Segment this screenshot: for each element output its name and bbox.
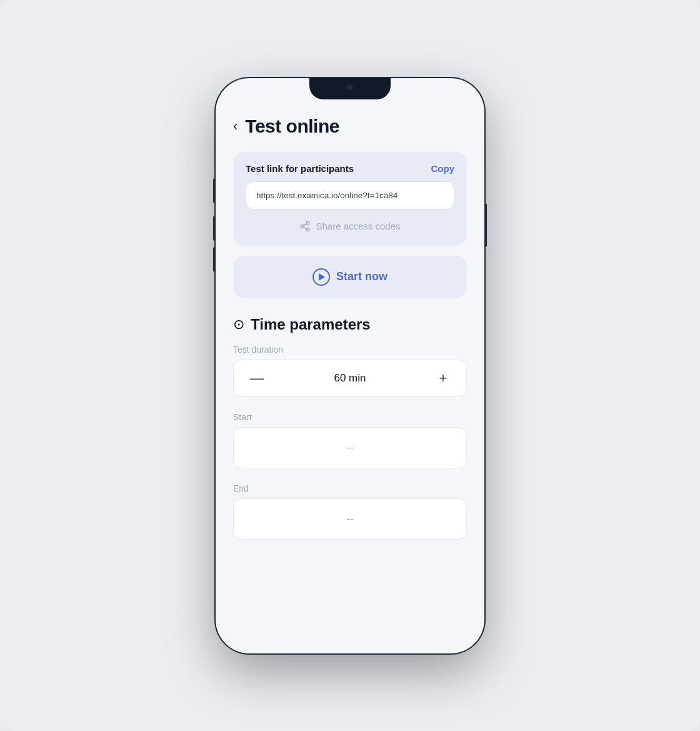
play-triangle-icon	[319, 273, 325, 281]
url-input[interactable]	[246, 181, 454, 209]
clock-icon: ⊙	[233, 316, 244, 333]
phone-notch	[309, 78, 391, 99]
minus-button[interactable]: —	[248, 371, 266, 385]
section-header: ⊙ Time parameters	[233, 316, 467, 333]
share-icon	[299, 221, 311, 232]
section-title: Time parameters	[251, 316, 371, 333]
end-time-field[interactable]: --	[233, 498, 467, 540]
play-icon	[312, 268, 330, 286]
back-button[interactable]: ‹	[233, 119, 238, 133]
phone-shell: ‹ Test online Test link for participants…	[216, 78, 484, 653]
share-access-label: Share access codes	[316, 221, 400, 231]
duration-value: 60 min	[334, 372, 366, 385]
duration-control: — 60 min +	[233, 360, 467, 397]
copy-button[interactable]: Copy	[431, 163, 455, 174]
start-field-group: Start --	[233, 412, 467, 481]
start-time-field[interactable]: --	[233, 427, 467, 468]
svg-line-3	[304, 227, 307, 229]
phone-screen: ‹ Test online Test link for participants…	[216, 78, 484, 653]
start-now-label: Start now	[336, 270, 388, 283]
duration-field-group: Test duration — 60 min +	[233, 345, 467, 410]
end-time-placeholder: --	[346, 513, 353, 525]
share-access-button[interactable]: Share access codes	[246, 218, 454, 234]
svg-line-4	[304, 223, 307, 225]
page-wrapper: ‹ Test online Test link for participants…	[0, 0, 700, 731]
test-link-card: Test link for participants Copy Share ac…	[233, 152, 467, 246]
card-title: Test link for participants	[246, 163, 354, 174]
start-label: Start	[233, 412, 467, 422]
header: ‹ Test online	[233, 116, 467, 137]
start-now-button[interactable]: Start now	[233, 256, 467, 298]
page-title: Test online	[245, 116, 339, 137]
end-label: End	[233, 483, 467, 493]
end-field-group: End --	[233, 483, 467, 552]
card-header: Test link for participants Copy	[246, 163, 454, 174]
camera-dot	[347, 84, 353, 91]
screen-content: ‹ Test online Test link for participants…	[216, 78, 484, 653]
start-time-placeholder: --	[346, 441, 353, 454]
plus-button[interactable]: +	[434, 371, 452, 385]
duration-label: Test duration	[233, 345, 467, 355]
